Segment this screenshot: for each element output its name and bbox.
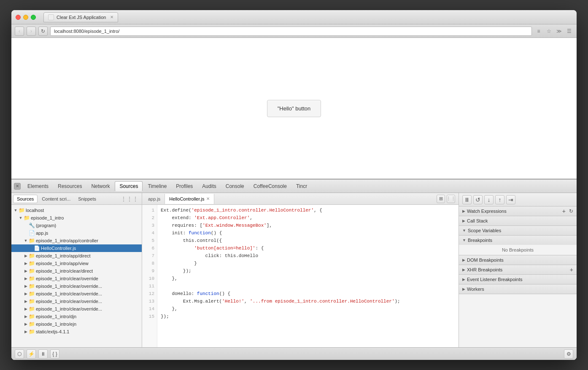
tab-profiles[interactable]: Profiles [172, 181, 197, 191]
sidebar-tab-sources[interactable]: Sources [13, 195, 38, 203]
tree-label: app.js [36, 231, 48, 236]
close-button[interactable] [16, 15, 21, 20]
tree-item-djn[interactable]: ▶ 📁 episode_1_intro/djn [11, 313, 142, 320]
tab-close-icon[interactable]: ✕ [110, 15, 113, 19]
tab-resources[interactable]: Resources [54, 181, 86, 191]
sidebar-tab-content-scripts[interactable]: Content scri... [38, 195, 74, 203]
tree-item-appjs[interactable]: 📄 app.js [11, 229, 142, 237]
xhr-add-icon[interactable]: + [570, 266, 573, 273]
editor-tab-close-icon[interactable]: ✕ [206, 196, 210, 201]
breakpoints-header[interactable]: ▼ Breakpoints [459, 236, 577, 245]
settings-icon[interactable]: ⚙ [564, 349, 573, 359]
tree-item-override4[interactable]: ▶ 📁 episode_1_intro/clear/override... [11, 298, 142, 305]
ln-6: 6 [142, 244, 157, 252]
tree-item-hellocontroller[interactable]: 📄 HelloController.js [11, 244, 142, 252]
folder-icon-override5: 📁 [28, 306, 35, 312]
devtools-panel: ✕ Elements Resources Network Sources Tim… [11, 179, 577, 360]
xhr-breakpoints-header[interactable]: ▶ XHR Breakpoints + [459, 265, 577, 274]
tree-item-extjs[interactable]: ▶ 📁 static/extjs-4.1.1 [11, 328, 142, 335]
workers-header[interactable]: ▶ Workers [459, 284, 577, 294]
no-breakpoints-text: No Breakpoints [459, 245, 577, 255]
ln-14: 14 [142, 305, 157, 313]
code-line-1: Ext.define('episode_1_intro.controller.H… [161, 206, 455, 214]
tab-tincr[interactable]: Tincr [292, 181, 311, 191]
deactivate-breakpoints-button[interactable]: ⇥ [506, 195, 515, 204]
hello-button[interactable]: "Hello" button [267, 100, 321, 117]
folder-icon-override1: 📁 [28, 276, 35, 282]
tree-label: (program) [36, 223, 56, 228]
menu-icon[interactable]: ☰ [565, 27, 573, 35]
tab-timeline[interactable]: Timeline [143, 181, 171, 191]
sidebar-tab-snippets[interactable]: Snippets [75, 195, 100, 203]
forward-button[interactable]: › [27, 27, 36, 36]
breakpoints-arrow: ▼ [462, 238, 466, 242]
tree-item-override5[interactable]: ▶ 📁 episode_1_intro/clear/override... [11, 305, 142, 313]
xhr-breakpoints-label: XHR Breakpoints [467, 267, 502, 272]
tab-elements[interactable]: Elements [23, 181, 53, 191]
reader-mode-icon[interactable]: ≡ [534, 27, 543, 35]
tree-item-ejn[interactable]: ▶ 📁 episode_1_intro/ejn [11, 320, 142, 328]
step-over-button[interactable]: ↺ [473, 195, 483, 204]
tree-item-direct[interactable]: ▶ 📁 episode_1_intro/app/direct [11, 252, 142, 260]
tab-coffeeconsole[interactable]: CoffeeConsole [249, 181, 291, 191]
editor-tab-bar: app.js HelloController.js ✕ ⊞ ⋮⋮ [142, 193, 459, 205]
tab-sources[interactable]: Sources [115, 181, 143, 191]
reload-button[interactable]: ↻ [38, 27, 48, 36]
ln-15: 15 [142, 313, 157, 320]
tree-arrow-ejn: ▶ [23, 322, 28, 326]
dom-breakpoints-header[interactable]: ▶ DOM Breakpoints [459, 255, 577, 265]
format-status-btn[interactable]: { } [50, 349, 59, 359]
tab-audits[interactable]: Audits [198, 181, 220, 191]
maximize-button[interactable] [31, 15, 36, 20]
editor-tab-hellocontroller[interactable]: HelloController.js ✕ [165, 194, 214, 204]
step-into-button[interactable]: ↓ [484, 195, 494, 204]
pause-status-btn[interactable]: ⏸ [38, 349, 48, 359]
format-btn[interactable]: ⊞ [437, 195, 445, 203]
tree-label: HelloController.js [41, 246, 76, 251]
editor-tab-appjs[interactable]: app.js [144, 194, 165, 204]
back-button[interactable]: ‹ [15, 27, 24, 36]
dock-icon[interactable]: ⬡ [15, 349, 24, 359]
tree-label: episode_1_intro/clear/override... [36, 284, 102, 289]
bookmark-icon[interactable]: ☆ [545, 27, 553, 35]
sidebar-menu-icon[interactable]: ⋮⋮⋮ [119, 196, 140, 202]
watch-refresh-icon[interactable]: ↻ [569, 208, 573, 214]
tab-console[interactable]: Console [221, 181, 248, 191]
code-editor[interactable]: Ext.define('episode_1_intro.controller.H… [157, 205, 459, 347]
tree-label: episode_1_intro/clear/direct [36, 268, 93, 273]
folder-icon-extjs: 📁 [28, 329, 35, 335]
tree-item-localhost[interactable]: ▼ 📁 localhost [11, 206, 142, 214]
workers-section: ▶ Workers [459, 284, 577, 294]
tree-item-clear-direct[interactable]: ▶ 📁 episode_1_intro/clear/direct [11, 267, 142, 275]
minimize-button[interactable] [23, 15, 28, 20]
tab-network[interactable]: Network [87, 181, 114, 191]
step-out-button[interactable]: ↑ [495, 195, 504, 204]
tab-bar: Clear Ext JS Application ✕ [43, 12, 572, 22]
tree-arrow-override4: ▶ [23, 299, 28, 303]
tree-arrow-controller: ▼ [23, 239, 28, 243]
tree-item-view[interactable]: ▶ 📁 episode_1_intro/app/view [11, 260, 142, 267]
ln-1: 1 [142, 206, 157, 214]
tree-item-override1[interactable]: ▶ 📁 episode_1_intro/clear/override [11, 275, 142, 282]
console-btn[interactable]: ⚡ [27, 349, 36, 359]
tree-item-controller-folder[interactable]: ▼ 📁 episode_1_intro/app/controller [11, 237, 142, 244]
call-stack-header[interactable]: ▶ Call Stack [459, 216, 577, 225]
breakpoints-label: Breakpoints [468, 238, 492, 243]
tree-item-override2[interactable]: ▶ 📁 episode_1_intro/clear/override... [11, 282, 142, 290]
file-icon-hello: 📄 [33, 245, 40, 251]
watch-add-icon[interactable]: + [562, 208, 566, 214]
tree-item-override3[interactable]: ▶ 📁 episode_1_intro/clear/override... [11, 290, 142, 298]
editor-tab-hello-label: HelloController.js [169, 196, 204, 201]
scope-variables-header[interactable]: ▼ Scope Variables [459, 226, 577, 235]
event-listener-header[interactable]: ▶ Event Listener Breakpoints [459, 275, 577, 284]
watch-expressions-header[interactable]: ▶ Watch Expressions + ↻ [459, 206, 577, 216]
devtools-close-button[interactable]: ✕ [14, 183, 21, 190]
tree-item-program[interactable]: 🔧 (program) [11, 222, 142, 229]
event-listener-label: Event Listener Breakpoints [467, 277, 522, 282]
tree-item-episode1intro[interactable]: ▼ 📁 episode_1_intro [11, 214, 142, 222]
more-btn[interactable]: ⋮⋮ [447, 195, 455, 203]
address-input[interactable] [50, 27, 532, 36]
browser-tab[interactable]: Clear Ext JS Application ✕ [43, 12, 118, 22]
pause-button[interactable]: ⏸ [462, 195, 472, 204]
extensions-icon[interactable]: ≫ [555, 27, 563, 35]
